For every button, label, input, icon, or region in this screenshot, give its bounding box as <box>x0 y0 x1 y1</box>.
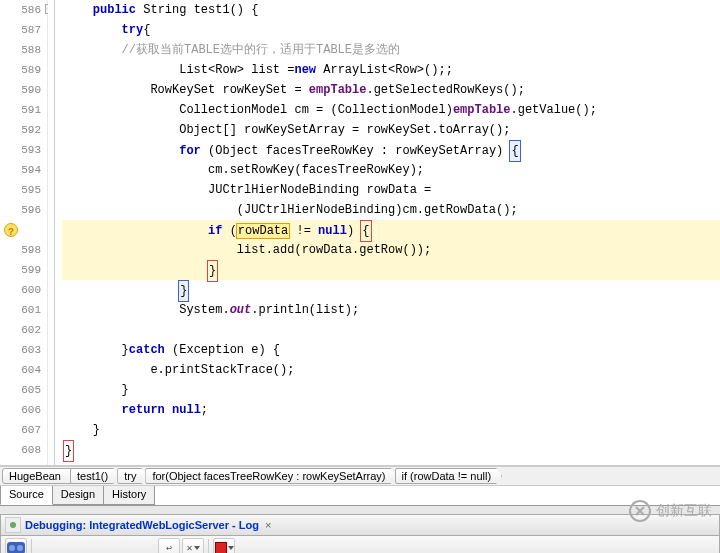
line-number: 586− <box>0 0 47 20</box>
line-number: 597 <box>0 220 47 240</box>
code-line[interactable]: } <box>62 380 720 400</box>
watermark: 创新互联 <box>628 499 712 523</box>
breadcrumb-item[interactable]: for(Object facesTreeRowKey : rowKeySetAr… <box>145 468 396 484</box>
close-icon[interactable]: × <box>265 519 271 531</box>
chevron-down-icon <box>228 546 234 550</box>
breadcrumb-item[interactable]: try <box>117 468 147 484</box>
clear-icon: ✕ <box>186 542 192 554</box>
code-line[interactable]: return null; <box>62 400 720 420</box>
footer-tab-design[interactable]: Design <box>52 486 104 505</box>
code-line[interactable]: cm.setRowKey(facesTreeRowKey); <box>62 160 720 180</box>
line-number: 607 <box>0 420 47 440</box>
line-number: 588 <box>0 40 47 60</box>
line-number: 604 <box>0 360 47 380</box>
chevron-down-icon <box>194 546 200 550</box>
line-number: 592 <box>0 120 47 140</box>
code-line[interactable]: public String test1() { <box>62 0 720 20</box>
code-line[interactable]: } <box>62 420 720 440</box>
code-line[interactable]: JUCtrlHierNodeBinding rowData = <box>62 180 720 200</box>
breadcrumb-item[interactable]: test1() <box>70 468 119 484</box>
separator <box>31 539 32 554</box>
stop-button[interactable] <box>213 538 235 554</box>
line-number: 602 <box>0 320 47 340</box>
line-number: 601 <box>0 300 47 320</box>
debug-toolbar: ↩ ✕ <box>0 536 720 553</box>
line-number: 600 <box>0 280 47 300</box>
line-number-gutter: 586−587588589590591592593594595596597598… <box>0 0 48 465</box>
line-number: 595 <box>0 180 47 200</box>
editor-footer-tabs: SourceDesignHistory <box>0 486 720 506</box>
line-number: 596 <box>0 200 47 220</box>
clear-button[interactable]: ✕ <box>182 538 204 554</box>
wrap-button[interactable]: ↩ <box>158 538 180 554</box>
code-content[interactable]: public String test1() { try{ //获取当前TABLE… <box>62 0 720 465</box>
code-line[interactable]: CollectionModel cm = (CollectionModel)em… <box>62 100 720 120</box>
code-line[interactable]: e.printStackTrace(); <box>62 360 720 380</box>
separator <box>208 539 209 554</box>
breadcrumb-item[interactable]: if (rowData != null) <box>395 468 503 484</box>
code-line[interactable]: System.out.println(list); <box>62 300 720 320</box>
code-line[interactable]: RowKeySet rowKeySet = empTable.getSelect… <box>62 80 720 100</box>
line-number: 606 <box>0 400 47 420</box>
line-number: 590 <box>0 80 47 100</box>
line-number: 598 <box>0 240 47 260</box>
line-number: 594 <box>0 160 47 180</box>
wrap-icon: ↩ <box>166 542 172 554</box>
code-line[interactable]: (JUCtrlHierNodeBinding)cm.getRowData(); <box>62 200 720 220</box>
code-line[interactable]: for (Object facesTreeRowKey : rowKeySetA… <box>62 140 720 160</box>
hint-bulb-icon[interactable] <box>4 223 18 237</box>
binoculars-icon <box>7 542 25 554</box>
watermark-icon <box>628 499 652 523</box>
line-number: 589 <box>0 60 47 80</box>
code-line[interactable]: } <box>62 260 720 280</box>
line-number: 603 <box>0 340 47 360</box>
code-line[interactable] <box>62 320 720 340</box>
line-number: 605 <box>0 380 47 400</box>
find-button[interactable] <box>5 538 27 554</box>
stop-icon <box>215 542 227 554</box>
code-line[interactable]: Object[] rowKeySetArray = rowKeySet.toAr… <box>62 120 720 140</box>
debug-icon <box>5 517 21 533</box>
line-number: 608 <box>0 440 47 460</box>
breadcrumb-bar: HugeBeantest1()tryfor(Object facesTreeRo… <box>0 466 720 486</box>
footer-tab-source[interactable]: Source <box>0 486 53 505</box>
code-editor[interactable]: 586−587588589590591592593594595596597598… <box>0 0 720 466</box>
line-number: 591 <box>0 100 47 120</box>
line-number: 593 <box>0 140 47 160</box>
code-line[interactable]: list.add(rowData.getRow()); <box>62 240 720 260</box>
code-line[interactable]: } <box>62 280 720 300</box>
breadcrumb-item[interactable]: HugeBean <box>2 468 72 484</box>
line-number: 587 <box>0 20 47 40</box>
debug-title: Debugging: IntegratedWebLogicServer - Lo… <box>25 519 259 531</box>
debug-panel-header[interactable]: Debugging: IntegratedWebLogicServer - Lo… <box>0 514 720 536</box>
fold-strip <box>48 0 62 465</box>
code-line[interactable]: if (rowData != null) { <box>62 220 720 240</box>
code-line[interactable]: }catch (Exception e) { <box>62 340 720 360</box>
code-line[interactable]: //获取当前TABLE选中的行，适用于TABLE是多选的 <box>62 40 720 60</box>
footer-tab-history[interactable]: History <box>103 486 155 505</box>
code-line[interactable]: } <box>62 440 720 460</box>
code-line[interactable]: List<Row> list =new ArrayList<Row>();; <box>62 60 720 80</box>
code-line[interactable]: try{ <box>62 20 720 40</box>
separator <box>0 506 720 514</box>
line-number: 599 <box>0 260 47 280</box>
